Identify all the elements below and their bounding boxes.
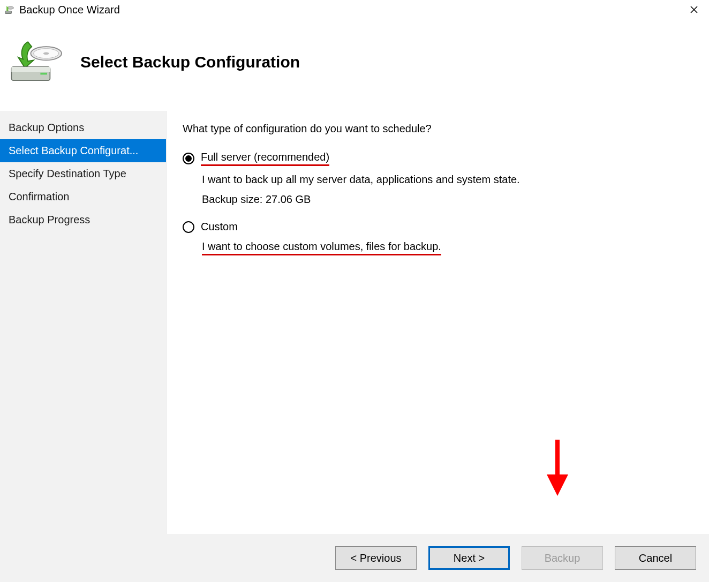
step-backup-options[interactable]: Backup Options	[0, 116, 166, 139]
close-button[interactable]	[683, 2, 705, 17]
titlebar: Backup Once Wizard	[0, 0, 709, 19]
svg-point-0	[7, 6, 14, 9]
step-specify-destination-type[interactable]: Specify Destination Type	[0, 162, 166, 185]
wizard-content: What type of configuration do you want t…	[166, 111, 709, 534]
step-backup-progress[interactable]: Backup Progress	[0, 208, 166, 231]
svg-marker-11	[547, 474, 568, 496]
window-title: Backup Once Wizard	[19, 4, 120, 16]
wizard-footer: < Previous Next > Backup Cancel	[0, 534, 709, 582]
radio-dot-icon	[185, 155, 192, 162]
page-heading: Select Backup Configuration	[80, 53, 300, 71]
radio-custom[interactable]	[183, 221, 194, 233]
app-icon	[4, 4, 15, 15]
next-button[interactable]: Next >	[428, 546, 510, 570]
svg-point-6	[43, 52, 49, 55]
option-full-server-description: I want to back up all my server data, ap…	[202, 174, 693, 186]
previous-button[interactable]: < Previous	[335, 546, 417, 570]
backup-wizard-icon	[5, 35, 70, 89]
option-custom-description: I want to choose custom volumes, files f…	[202, 240, 441, 255]
configuration-question: What type of configuration do you want t…	[183, 123, 693, 135]
backup-button: Backup	[522, 546, 603, 570]
wizard-header: Select Backup Configuration	[0, 19, 709, 110]
option-custom: Custom I want to choose custom volumes, …	[183, 221, 693, 255]
option-custom-label[interactable]: Custom	[201, 221, 238, 233]
option-full-server-label[interactable]: Full server (recommended)	[201, 151, 329, 166]
svg-rect-9	[40, 73, 47, 75]
wizard-steps-sidebar: Backup Options Select Backup Configurat.…	[0, 111, 166, 534]
cancel-button[interactable]: Cancel	[615, 546, 696, 570]
svg-rect-8	[11, 67, 50, 72]
annotation-arrow-icon	[541, 440, 574, 501]
svg-rect-1	[5, 11, 12, 14]
step-select-backup-configuration[interactable]: Select Backup Configurat...	[0, 139, 166, 162]
radio-full-server[interactable]	[183, 153, 194, 164]
option-full-server: Full server (recommended) I want to back…	[183, 151, 693, 206]
step-confirmation[interactable]: Confirmation	[0, 185, 166, 208]
option-full-server-size: Backup size: 27.06 GB	[202, 193, 693, 206]
wizard-body: Backup Options Select Backup Configurat.…	[0, 110, 709, 534]
